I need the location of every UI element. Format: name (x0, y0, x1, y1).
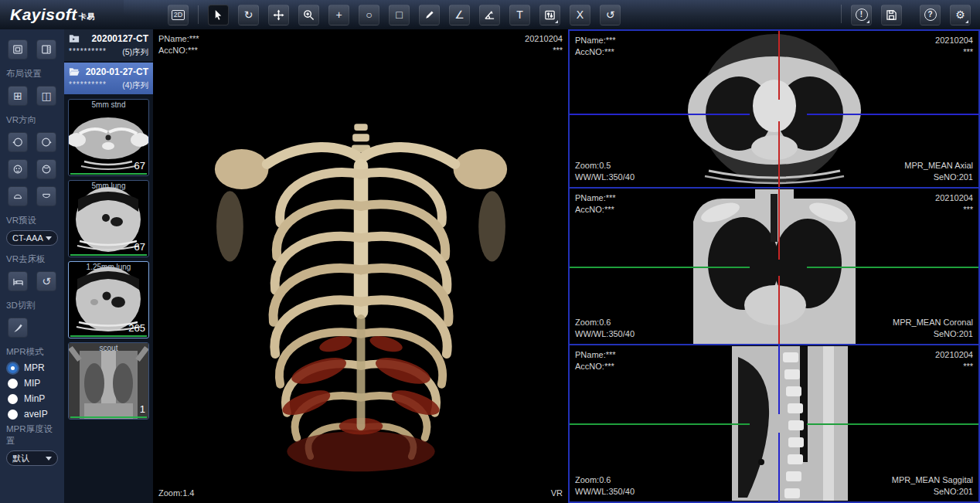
toolbar-group-settings: ? ⚙ (920, 5, 971, 25)
save-button[interactable] (881, 5, 902, 25)
thumbnail-5mm-lung[interactable]: 5mm lung 67 (68, 180, 149, 257)
crosshair-vertical-red[interactable] (778, 31, 780, 187)
grid-quad-button[interactable]: ⊞ (8, 86, 28, 106)
mpr-axial-viewport[interactable]: PName:*** AccNO:*** 20210204 *** Zoom:0.… (568, 29, 980, 189)
mpr-wwwl: WW/WL:350/40 (575, 486, 635, 498)
toolbar-tools: 2D ↻ + ○ □ ∠ T X ↺ (168, 5, 621, 25)
chevron-down-icon (46, 236, 52, 240)
mpr-mode-option-mip[interactable]: MIP (0, 376, 64, 391)
vr-zoom-label: Zoom:1.4 (158, 488, 194, 499)
pan-tool-button[interactable] (268, 5, 289, 25)
window-level-tool-button[interactable] (539, 5, 560, 25)
cut-3d-label: 3D切割 (0, 298, 64, 314)
crosshair-horizontal-blue[interactable] (570, 114, 978, 115)
mpr-mode-option-aveip[interactable]: aveIP (0, 406, 64, 422)
mpr-stars: *** (935, 46, 973, 58)
reset-tool-button[interactable]: ↺ (600, 5, 621, 25)
mpr-sagittal-viewport[interactable]: PName:*** AccNO:*** 20210204 *** Zoom:0.… (568, 344, 980, 503)
mpr-mode: MPR_MEAN Saggital (892, 474, 973, 486)
mpr-zoom-info: Zoom:0.6 WW/WL:350/40 (575, 474, 635, 498)
mpr-thickness-value: 默认 (12, 453, 29, 464)
vr-face-front-icon (12, 164, 23, 175)
mpr-date: 20210204 (935, 35, 973, 46)
zoom-tool-button[interactable] (298, 5, 319, 25)
vr-face-front-button[interactable] (8, 159, 28, 179)
delete-tool-button[interactable]: X (570, 5, 590, 25)
vr-preset-select[interactable]: CT-AAA (6, 230, 58, 246)
cursor-tool-button[interactable] (208, 5, 229, 25)
mpr-accno: AccNO:*** (575, 46, 616, 58)
mpr-thickness-select[interactable]: 默认 (6, 450, 58, 466)
mpr-pname: PName:*** (575, 192, 616, 204)
vr-bed-label: VR去床板 (0, 252, 64, 267)
vr-head-top-icon (12, 191, 23, 202)
series-panel: 20200127-CT ********** (5)序列 2020-01-27-… (64, 29, 153, 503)
crosshair-horizontal-green[interactable] (570, 267, 978, 268)
toolbar-divider (198, 5, 199, 24)
thumbnail-5mm-stnd[interactable]: 5mm stnd 67 (68, 99, 149, 176)
vr-head-right-icon (41, 137, 52, 148)
layout-panel-button[interactable] (8, 39, 28, 59)
mpr-column: PName:*** AccNO:*** 20210204 *** Zoom:0.… (568, 29, 980, 503)
reset-icon: ↺ (42, 275, 51, 287)
toolbar-group-docs: ! (841, 5, 902, 25)
thumbnail-label: 5mm lung (69, 182, 148, 190)
vr-face-back-button[interactable] (36, 159, 56, 179)
study-item-2[interactable]: 2020-01-27-CT ********** (4)序列 (64, 63, 153, 94)
remove-bed-button[interactable] (8, 271, 28, 291)
left-sidebar: 布局设置 ⊞ ◫ VR方向 (0, 29, 64, 503)
crosshair-tool-button[interactable]: + (328, 5, 349, 25)
layout-list-button[interactable] (36, 39, 56, 59)
radio-icon (8, 394, 18, 404)
angle-tool-button[interactable]: ∠ (449, 5, 470, 25)
mpr-mode-option-label: aveIP (24, 409, 48, 420)
top-toolbar: Kayisoft卡易 2D ↻ + ○ □ ∠ T X ↺ ! (0, 0, 980, 29)
bed-reset-button[interactable]: ↺ (36, 271, 56, 291)
thumbnail-image-scout (69, 343, 148, 419)
rectangle-tool-button[interactable]: □ (389, 5, 410, 25)
mpr-coronal-viewport[interactable]: PName:*** AccNO:*** 20210204 *** Zoom:0.… (568, 187, 980, 346)
cursor-icon (213, 9, 224, 21)
study-series-count: (5)序列 (122, 47, 148, 58)
report-icon: ! (856, 8, 868, 21)
mpr-mode-option-minp[interactable]: MinP (0, 391, 64, 406)
vr-head-bottom-button[interactable] (36, 186, 56, 206)
grid-split-button[interactable]: ◫ (36, 86, 56, 106)
cobb-angle-tool-button[interactable] (479, 5, 500, 25)
vr-date: 20210204 (525, 33, 563, 45)
cobb-angle-icon (484, 9, 495, 21)
grid-split-icon: ◫ (41, 90, 51, 102)
vr-head-right-button[interactable] (36, 132, 56, 152)
layout-2d-button[interactable]: 2D (168, 5, 189, 25)
mpr-mode-option-mpr[interactable]: MPR (0, 360, 64, 376)
thumbnail-label: 5mm stnd (69, 100, 148, 109)
pencil-icon (424, 9, 435, 20)
report-button[interactable]: ! (851, 5, 872, 25)
help-button[interactable]: ? (920, 5, 941, 25)
thumbnail-list: 5mm stnd 67 5mm lung (64, 96, 153, 503)
study-item-1[interactable]: 20200127-CT ********** (5)序列 (64, 29, 153, 61)
rectangle-icon: □ (396, 9, 402, 20)
layout-2d-icon: 2D (172, 10, 185, 20)
settings-button[interactable]: ⚙ (950, 5, 971, 25)
scalpel-button[interactable] (8, 318, 28, 338)
mpr-stars: *** (935, 361, 973, 372)
vr-viewport[interactable]: PName:*** AccNO:*** 20210204 *** Zoom:1.… (153, 29, 568, 503)
vr-head-left-button[interactable] (8, 132, 28, 152)
mpr-wwwl: WW/WL:350/40 (575, 328, 635, 340)
mpr-thickness-label: MPR厚度设置 (0, 422, 64, 449)
mpr-accno: AccNO:*** (575, 361, 616, 372)
rotate-3d-tool-button[interactable]: ↻ (238, 5, 259, 25)
text-tool-button[interactable]: T (509, 5, 530, 25)
chevron-down-icon (46, 457, 52, 461)
vr-head-top-button[interactable] (8, 186, 28, 206)
crosshair-horizontal-green[interactable] (570, 423, 978, 425)
vr-head-bottom-icon (41, 191, 52, 202)
pencil-tool-button[interactable] (419, 5, 440, 25)
mpr-study-info: 20210204 *** (935, 349, 973, 372)
ellipse-tool-button[interactable]: ○ (359, 5, 379, 25)
thumbnail-scout[interactable]: scout 1 (68, 342, 149, 420)
thumbnail-125mm-lung[interactable]: 1.25mm lung 265 (68, 261, 149, 338)
vr-pname: PName:*** (158, 33, 199, 45)
mpr-pname: PName:*** (575, 35, 616, 46)
